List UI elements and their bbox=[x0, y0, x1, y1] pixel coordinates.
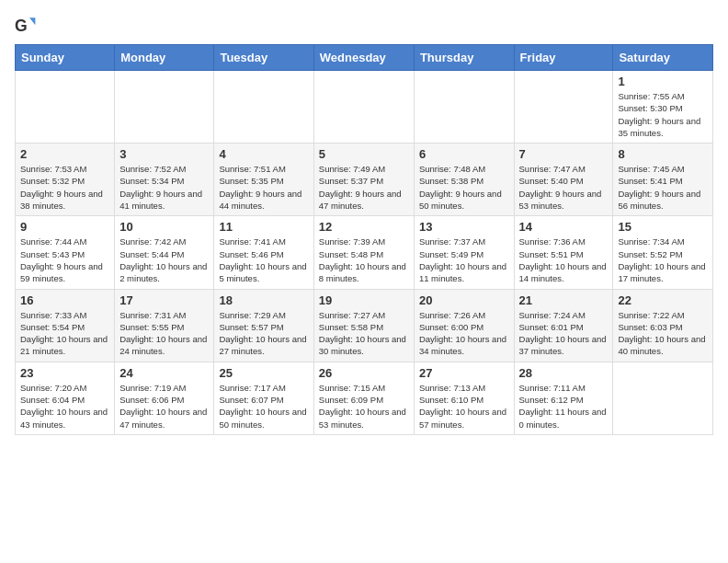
day-number: 23 bbox=[20, 366, 109, 380]
calendar-cell: 9Sunrise: 7:44 AMSunset: 5:43 PMDaylight… bbox=[16, 216, 115, 289]
calendar-cell: 3Sunrise: 7:52 AMSunset: 5:34 PMDaylight… bbox=[115, 144, 214, 216]
day-number: 28 bbox=[519, 366, 609, 380]
day-number: 5 bbox=[319, 147, 409, 161]
page-header: G bbox=[15, 15, 713, 37]
calendar-cell bbox=[214, 71, 313, 144]
calendar-cell: 26Sunrise: 7:15 AMSunset: 6:09 PMDayligh… bbox=[313, 362, 414, 434]
day-info: Sunrise: 7:31 AMSunset: 5:55 PMDaylight:… bbox=[119, 309, 209, 358]
day-number: 4 bbox=[219, 147, 308, 161]
day-info: Sunrise: 7:27 AMSunset: 5:58 PMDaylight:… bbox=[319, 309, 409, 358]
calendar-cell: 19Sunrise: 7:27 AMSunset: 5:58 PMDayligh… bbox=[313, 289, 414, 362]
day-number: 1 bbox=[618, 75, 708, 88]
day-number: 25 bbox=[219, 366, 308, 380]
day-info: Sunrise: 7:53 AMSunset: 5:32 PMDaylight:… bbox=[20, 163, 109, 212]
calendar-week-row: 2Sunrise: 7:53 AMSunset: 5:32 PMDaylight… bbox=[16, 144, 713, 216]
calendar-week-row: 23Sunrise: 7:20 AMSunset: 6:04 PMDayligh… bbox=[16, 362, 713, 434]
day-info: Sunrise: 7:52 AMSunset: 5:34 PMDaylight:… bbox=[119, 163, 209, 212]
calendar-cell: 17Sunrise: 7:31 AMSunset: 5:55 PMDayligh… bbox=[115, 289, 214, 362]
day-info: Sunrise: 7:11 AMSunset: 6:12 PMDaylight:… bbox=[519, 382, 609, 431]
calendar-cell: 24Sunrise: 7:19 AMSunset: 6:06 PMDayligh… bbox=[115, 362, 214, 434]
day-number: 27 bbox=[419, 366, 509, 380]
day-number: 8 bbox=[618, 147, 708, 161]
day-number: 16 bbox=[20, 293, 109, 307]
day-info: Sunrise: 7:34 AMSunset: 5:52 PMDaylight:… bbox=[618, 236, 708, 284]
day-number: 12 bbox=[319, 220, 409, 234]
day-info: Sunrise: 7:44 AMSunset: 5:43 PMDaylight:… bbox=[20, 236, 109, 284]
svg-text:G: G bbox=[15, 17, 28, 35]
calendar-cell bbox=[16, 71, 115, 144]
day-info: Sunrise: 7:51 AMSunset: 5:35 PMDaylight:… bbox=[219, 163, 308, 212]
calendar-cell: 5Sunrise: 7:49 AMSunset: 5:37 PMDaylight… bbox=[313, 144, 414, 216]
day-number: 6 bbox=[419, 147, 509, 161]
day-info: Sunrise: 7:48 AMSunset: 5:38 PMDaylight:… bbox=[419, 163, 509, 212]
day-number: 3 bbox=[119, 147, 209, 161]
calendar-cell: 15Sunrise: 7:34 AMSunset: 5:52 PMDayligh… bbox=[613, 216, 713, 289]
calendar-cell: 14Sunrise: 7:36 AMSunset: 5:51 PMDayligh… bbox=[514, 216, 613, 289]
calendar-cell: 2Sunrise: 7:53 AMSunset: 5:32 PMDaylight… bbox=[16, 144, 115, 216]
col-header-thursday: Thursday bbox=[414, 45, 514, 71]
calendar-cell bbox=[313, 71, 414, 144]
calendar-cell: 11Sunrise: 7:41 AMSunset: 5:46 PMDayligh… bbox=[214, 216, 313, 289]
calendar-cell: 10Sunrise: 7:42 AMSunset: 5:44 PMDayligh… bbox=[115, 216, 214, 289]
calendar-cell: 8Sunrise: 7:45 AMSunset: 5:41 PMDaylight… bbox=[613, 144, 713, 216]
logo-icon: G bbox=[15, 15, 37, 37]
day-info: Sunrise: 7:33 AMSunset: 5:54 PMDaylight:… bbox=[20, 309, 109, 358]
day-info: Sunrise: 7:45 AMSunset: 5:41 PMDaylight:… bbox=[618, 163, 708, 212]
day-number: 18 bbox=[219, 293, 308, 307]
calendar-cell: 28Sunrise: 7:11 AMSunset: 6:12 PMDayligh… bbox=[514, 362, 613, 434]
calendar-cell bbox=[115, 71, 214, 144]
day-info: Sunrise: 7:42 AMSunset: 5:44 PMDaylight:… bbox=[119, 236, 209, 284]
logo: G bbox=[15, 15, 40, 37]
calendar-cell: 6Sunrise: 7:48 AMSunset: 5:38 PMDaylight… bbox=[414, 144, 514, 216]
calendar-cell: 13Sunrise: 7:37 AMSunset: 5:49 PMDayligh… bbox=[414, 216, 514, 289]
day-info: Sunrise: 7:49 AMSunset: 5:37 PMDaylight:… bbox=[319, 163, 409, 212]
day-info: Sunrise: 7:20 AMSunset: 6:04 PMDaylight:… bbox=[20, 382, 109, 431]
calendar-cell: 18Sunrise: 7:29 AMSunset: 5:57 PMDayligh… bbox=[214, 289, 313, 362]
day-number: 15 bbox=[618, 220, 708, 234]
day-info: Sunrise: 7:29 AMSunset: 5:57 PMDaylight:… bbox=[219, 309, 308, 358]
day-info: Sunrise: 7:41 AMSunset: 5:46 PMDaylight:… bbox=[219, 236, 308, 284]
col-header-friday: Friday bbox=[514, 45, 613, 71]
day-info: Sunrise: 7:26 AMSunset: 6:00 PMDaylight:… bbox=[419, 309, 509, 358]
day-info: Sunrise: 7:55 AMSunset: 5:30 PMDaylight:… bbox=[618, 90, 708, 139]
calendar-week-row: 16Sunrise: 7:33 AMSunset: 5:54 PMDayligh… bbox=[16, 289, 713, 362]
day-number: 9 bbox=[20, 220, 109, 234]
day-info: Sunrise: 7:36 AMSunset: 5:51 PMDaylight:… bbox=[519, 236, 609, 284]
day-number: 13 bbox=[419, 220, 509, 234]
col-header-monday: Monday bbox=[115, 45, 214, 71]
day-number: 17 bbox=[119, 293, 209, 307]
day-info: Sunrise: 7:19 AMSunset: 6:06 PMDaylight:… bbox=[119, 382, 209, 431]
calendar-week-row: 9Sunrise: 7:44 AMSunset: 5:43 PMDaylight… bbox=[16, 216, 713, 289]
day-number: 14 bbox=[519, 220, 609, 234]
day-info: Sunrise: 7:37 AMSunset: 5:49 PMDaylight:… bbox=[419, 236, 509, 284]
day-number: 19 bbox=[319, 293, 409, 307]
day-number: 22 bbox=[618, 293, 708, 307]
calendar-cell: 23Sunrise: 7:20 AMSunset: 6:04 PMDayligh… bbox=[16, 362, 115, 434]
calendar-cell bbox=[514, 71, 613, 144]
day-info: Sunrise: 7:39 AMSunset: 5:48 PMDaylight:… bbox=[319, 236, 409, 284]
calendar-cell: 22Sunrise: 7:22 AMSunset: 6:03 PMDayligh… bbox=[613, 289, 713, 362]
calendar-cell: 16Sunrise: 7:33 AMSunset: 5:54 PMDayligh… bbox=[16, 289, 115, 362]
calendar-cell: 7Sunrise: 7:47 AMSunset: 5:40 PMDaylight… bbox=[514, 144, 613, 216]
day-number: 20 bbox=[419, 293, 509, 307]
day-number: 11 bbox=[219, 220, 308, 234]
day-number: 21 bbox=[519, 293, 609, 307]
calendar-cell: 27Sunrise: 7:13 AMSunset: 6:10 PMDayligh… bbox=[414, 362, 514, 434]
col-header-sunday: Sunday bbox=[16, 45, 115, 71]
day-info: Sunrise: 7:47 AMSunset: 5:40 PMDaylight:… bbox=[519, 163, 609, 212]
col-header-wednesday: Wednesday bbox=[313, 45, 414, 71]
day-number: 26 bbox=[319, 366, 409, 380]
calendar-cell: 21Sunrise: 7:24 AMSunset: 6:01 PMDayligh… bbox=[514, 289, 613, 362]
day-info: Sunrise: 7:13 AMSunset: 6:10 PMDaylight:… bbox=[419, 382, 509, 431]
day-number: 2 bbox=[20, 147, 109, 161]
day-number: 10 bbox=[119, 220, 209, 234]
day-info: Sunrise: 7:15 AMSunset: 6:09 PMDaylight:… bbox=[319, 382, 409, 431]
day-number: 24 bbox=[119, 366, 209, 380]
calendar-cell: 25Sunrise: 7:17 AMSunset: 6:07 PMDayligh… bbox=[214, 362, 313, 434]
day-info: Sunrise: 7:24 AMSunset: 6:01 PMDaylight:… bbox=[519, 309, 609, 358]
calendar-table: SundayMondayTuesdayWednesdayThursdayFrid… bbox=[15, 44, 713, 435]
calendar-cell: 20Sunrise: 7:26 AMSunset: 6:00 PMDayligh… bbox=[414, 289, 514, 362]
calendar-cell bbox=[414, 71, 514, 144]
svg-marker-1 bbox=[29, 17, 35, 25]
calendar-cell bbox=[613, 362, 713, 434]
